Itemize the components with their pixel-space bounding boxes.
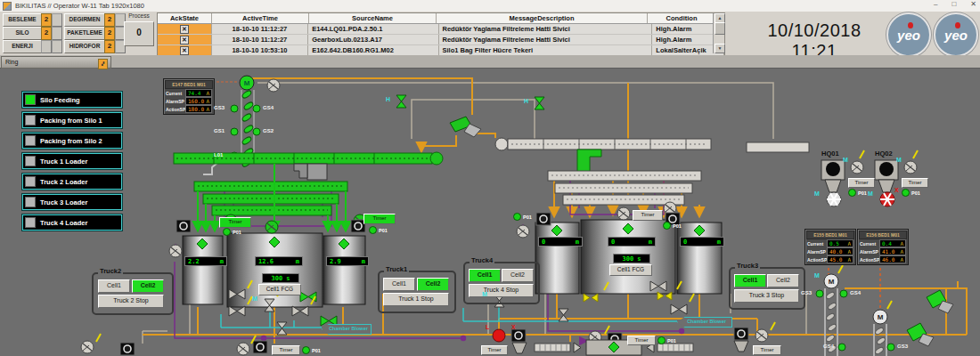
fan-icon[interactable]	[81, 341, 94, 353]
current-value: 74.4A	[185, 89, 212, 97]
level-display: 2.9m	[326, 256, 369, 266]
truck4-stop-button[interactable]: Truck 4 Stop	[469, 284, 534, 297]
chamber-blower-label: Chamber Blower	[322, 324, 372, 335]
timer-button[interactable]: Timer	[219, 217, 251, 228]
fan-icon[interactable]	[237, 343, 249, 355]
menu-truck1-loader[interactable]: Truck 1 Loader	[22, 153, 122, 169]
fan-icon[interactable]	[755, 329, 768, 342]
timer-button[interactable]: Timer	[902, 178, 928, 188]
truck1-stop-button[interactable]: Truck 1 Stop	[383, 293, 449, 306]
timer-display: 300 s	[613, 254, 650, 263]
truck1-cell2-button[interactable]: Cell2	[417, 278, 449, 291]
panel-title: E155 BED1 M01	[806, 231, 854, 239]
fan-icon[interactable]	[517, 225, 529, 238]
menu-packing-silo1[interactable]: Packing from Silo 1	[22, 112, 122, 128]
timer-button[interactable]: Timer	[753, 345, 781, 355]
run-dot-icon	[902, 189, 910, 197]
menu-packing-silo2[interactable]: Packing from Silo 2	[22, 133, 122, 149]
logo-dot-icon	[908, 22, 913, 28]
alarm-row[interactable]: ✕ 18-10-10 11:12:27 GearboxLub.0213.A17 …	[158, 35, 724, 45]
nav-besleme-button[interactable]: BESLEME	[3, 13, 42, 27]
alarm-scrollbar[interactable]: ▲ ▼	[713, 13, 724, 53]
panel-e155: E155 BED1 M01 Current0.5A AlarmSP40.0A A…	[804, 229, 856, 265]
menu-silo-feeding[interactable]: Silo Feeding	[22, 92, 122, 108]
sensor-gs1-label: GS1	[214, 128, 225, 134]
menu-truck2-loader[interactable]: Truck 2 Loader	[22, 174, 122, 190]
scroll-down-icon[interactable]: ▼	[715, 44, 725, 53]
filter-box-icon	[176, 220, 191, 232]
nav-degirmen-button[interactable]: DEGIRMEN	[64, 13, 105, 27]
truck2-cell2-button[interactable]: Cell2	[132, 279, 164, 293]
fan-icon[interactable]	[169, 245, 182, 257]
h-valve[interactable]	[396, 95, 406, 108]
col-sourcename[interactable]: SourceName	[309, 13, 437, 23]
fan-icon[interactable]	[265, 221, 278, 233]
nav-besleme-spare	[52, 13, 62, 27]
timer-button[interactable]: Timer	[627, 336, 656, 345]
actionsp-value[interactable]: 46.0A	[879, 255, 906, 263]
maximize-button[interactable]: □	[951, 0, 956, 8]
rotary-valve-icon[interactable]	[827, 192, 841, 206]
alarmsp-value[interactable]: 40.0A	[827, 247, 853, 255]
alarm-table-header: AckState ActiveTime SourceName MessageDe…	[158, 13, 724, 24]
nav-hidrofor-button[interactable]: HIDROFOR	[64, 40, 105, 53]
h-valve[interactable]	[535, 97, 544, 109]
nav-paketleme-button[interactable]: PAKETLEME	[64, 27, 105, 40]
timer-button[interactable]: Timer	[363, 214, 396, 224]
h-valve-label: H	[524, 98, 528, 104]
ack-checkbox[interactable]: ✕	[180, 46, 189, 55]
nav-silo-spare	[52, 27, 62, 40]
sensor-gs4-label: GS4	[823, 344, 834, 349]
diverter-valve[interactable]	[450, 117, 481, 137]
alarmsp-value[interactable]: 160.0A	[185, 97, 212, 105]
alarmsp-value[interactable]: 41.0A	[879, 247, 906, 255]
scroll-thumb[interactable]	[715, 22, 725, 35]
limit-l-label: L	[486, 324, 489, 330]
truck2-cell1-button[interactable]: Cell1	[98, 279, 130, 293]
rotary-valve-alarm-icon[interactable]	[880, 192, 894, 206]
m-valve-label: M	[252, 295, 257, 302]
scada-screen: BIKILITAS // Operator W-11 Tab 1920x1080…	[0, 0, 980, 356]
close-button[interactable]: ✕	[970, 0, 976, 8]
nav-silo-button[interactable]: SILO	[3, 27, 42, 40]
truck2-stop-button[interactable]: Truck 2 Stop	[98, 295, 164, 308]
cell1-fcg-button[interactable]: Cell1 FCG	[258, 284, 301, 295]
timer-button[interactable]: Timer	[633, 210, 663, 221]
truck4-cell1-button[interactable]: Cell1	[469, 269, 501, 282]
truck3-group: Truck3 Cell1 Cell2 Truck 3 Stop	[729, 267, 805, 310]
truck1-cell1-button[interactable]: Cell1	[383, 278, 415, 291]
timer-button[interactable]: Timer	[848, 178, 875, 188]
ring-combobox[interactable]: Ring ▞	[1, 56, 111, 69]
svg-text:M: M	[829, 278, 835, 286]
actionsp-value[interactable]: 45.0A	[827, 255, 853, 263]
nav-enerji-button[interactable]: ENERJI	[3, 40, 42, 53]
col-message[interactable]: MessageDescription	[437, 13, 648, 23]
cell1-fcg-button[interactable]: Cell1 FCG	[609, 264, 652, 276]
truck4-cell2-button[interactable]: Cell2	[502, 269, 534, 282]
bucket-elevator-3[interactable]: M	[838, 310, 894, 356]
col-ackstate[interactable]: AckState	[158, 13, 212, 23]
menu-truck3-loader[interactable]: Truck 3 Loader	[22, 194, 122, 210]
truck3-stop-button[interactable]: Truck 3 Stop	[734, 289, 799, 303]
active-indicator	[25, 156, 36, 166]
alarm-row[interactable]: ✕ 18-10-10 11:12:27 E144.LQ01.PDA.2.50.1…	[158, 24, 724, 35]
truck3-cell1-button[interactable]: Cell1	[734, 274, 766, 287]
filter-box-icon	[120, 343, 135, 355]
fan-icon	[851, 161, 863, 174]
ack-checkbox[interactable]: ✕	[180, 25, 189, 34]
fan-icon[interactable]	[617, 207, 630, 220]
menu-truck4-loader[interactable]: Truck 4 Loader	[22, 214, 122, 231]
actionsp-value[interactable]: 180.0A	[185, 105, 212, 113]
col-condition[interactable]: Condition	[648, 13, 716, 23]
truck3-cell2-button[interactable]: Cell2	[767, 274, 799, 287]
timer-button[interactable]: Timer	[481, 345, 508, 355]
timer-button[interactable]: Timer	[272, 345, 300, 355]
m-label: M	[843, 157, 848, 163]
ack-checkbox[interactable]: ✕	[180, 36, 189, 44]
col-activetime[interactable]: ActiveTime	[212, 13, 309, 23]
sensor-gs4-label: GS4	[263, 105, 274, 110]
active-indicator	[25, 176, 36, 187]
nav-paketleme-count: 2	[104, 27, 115, 40]
airslide-conveyor-right[interactable]	[495, 138, 809, 173]
minimize-button[interactable]: –	[934, 0, 937, 8]
